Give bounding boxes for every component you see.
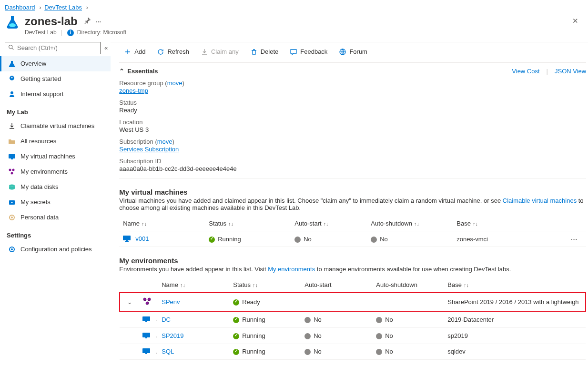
svg-rect-29 [145, 353, 147, 354]
sidebar-item-getting-started[interactable]: Getting started [0, 71, 111, 87]
status-dot-icon [304, 317, 311, 323]
chevron-down-icon[interactable]: ⌄ [127, 299, 132, 306]
rocket-icon [8, 75, 16, 83]
status-dot-icon [294, 237, 301, 243]
lab-icon [5, 15, 20, 31]
env-child-row[interactable]: SP2019 Running No No sp2019 [120, 327, 586, 344]
sidebar-item-claimable[interactable]: Claimable virtual machines [0, 118, 111, 134]
breadcrumb: Dashboard › DevTest Labs › [0, 0, 588, 14]
col-base[interactable]: Base↑↓ [444, 277, 586, 293]
vm-name-link[interactable]: SQL [162, 348, 174, 355]
vm-name-link[interactable]: SP2019 [162, 332, 183, 339]
status-running-icon [233, 349, 239, 355]
section-desc: Environments you have added appear in th… [119, 266, 586, 273]
env-parent-row[interactable]: ⌄ SPenv Ready SharePoint 2019 / 2016 / 2… [120, 293, 586, 311]
sidebar-item-all-resources[interactable]: All resources [0, 134, 111, 149]
sidebar-item-secrets[interactable]: My secrets [0, 195, 111, 210]
forum-button[interactable]: Forum [334, 46, 372, 58]
breadcrumb-devtest[interactable]: DevTest Labs [44, 4, 82, 11]
sidebar-item-data-disks[interactable]: My data disks [0, 179, 111, 195]
vm-name-link[interactable]: DC [162, 316, 171, 323]
col-name[interactable]: Name↑↓ [158, 277, 229, 293]
vm-icon [142, 332, 151, 340]
vm-icon [8, 153, 16, 160]
status-running-icon [209, 237, 215, 243]
essentials-panel: ⌃ Essentials View Cost | JSON View Resou… [119, 62, 586, 178]
status-running-icon [233, 333, 239, 339]
environment-icon [142, 297, 152, 306]
sidebar-item-label: My environments [20, 168, 68, 175]
svg-point-23 [146, 302, 149, 305]
rg-value-link[interactable]: zones-tmp [119, 87, 148, 94]
svg-point-1 [9, 45, 12, 48]
sidebar-item-configuration[interactable]: Configuration and policies [0, 242, 111, 257]
essentials-toggle[interactable]: ⌃ Essentials [119, 68, 158, 75]
row-more-icon[interactable]: ··· [571, 236, 578, 243]
sub-move-link[interactable]: move [157, 138, 172, 145]
col-autostart[interactable]: Auto-start↑↓ [291, 216, 367, 231]
status-dot-icon [304, 349, 311, 355]
claimable-link[interactable]: Claimable virtual machines [503, 197, 577, 204]
sidebar-item-label: Configuration and policies [20, 246, 92, 253]
svg-point-7 [9, 168, 11, 171]
table-row[interactable]: v001 Running No No zones-vmci ··· [119, 231, 586, 247]
vm-icon [142, 316, 151, 324]
search-input[interactable] [17, 44, 97, 51]
svg-point-12 [11, 202, 13, 203]
my-env-link[interactable]: My environments [268, 266, 315, 273]
close-icon[interactable]: ✕ [568, 15, 582, 27]
feedback-button[interactable]: Feedback [285, 46, 332, 58]
pin-icon[interactable] [84, 17, 91, 26]
folder-icon [8, 138, 16, 145]
status-dot-icon [371, 237, 377, 243]
directory-label: Directory: Microsoft [77, 29, 126, 36]
sidebar-item-overview[interactable]: Overview [0, 56, 111, 71]
section-my-vms: My virtual machines Virtual machines you… [119, 188, 586, 247]
status-dot-icon [376, 317, 382, 323]
col-base[interactable]: Base↑↓ [453, 216, 567, 231]
svg-rect-5 [9, 154, 15, 158]
svg-point-22 [148, 298, 151, 301]
sidebar-section-mylab: My Lab [5, 102, 111, 118]
svg-point-0 [9, 23, 16, 27]
more-icon[interactable]: ··· [96, 18, 101, 25]
ess-location: Location West US 3 [119, 118, 586, 133]
secrets-icon [8, 198, 16, 206]
sidebar-item-my-vms[interactable]: My virtual machines [0, 149, 111, 164]
env-name-link[interactable]: SPenv [162, 298, 180, 306]
col-name[interactable]: Name↑↓ [119, 216, 205, 231]
breadcrumb-sep: › [39, 4, 41, 11]
add-button[interactable]: Add [119, 46, 150, 58]
info-icon: i [67, 30, 74, 36]
svg-rect-18 [123, 236, 131, 240]
sidebar-item-my-environments[interactable]: My environments [0, 164, 111, 179]
breadcrumb-dashboard[interactable]: Dashboard [5, 4, 35, 11]
flask-icon [8, 60, 16, 68]
collapse-sidebar-icon[interactable]: « [104, 44, 108, 51]
sidebar-item-label: My data disks [20, 183, 58, 190]
svg-point-4 [10, 91, 13, 94]
search-icon [8, 44, 14, 52]
col-autoshutdown[interactable]: Auto-shutdown↑↓ [367, 216, 453, 231]
col-autostart: Auto-start [301, 277, 372, 293]
sidebar-search[interactable] [5, 42, 101, 54]
sub-value-link[interactable]: Services Subscription [119, 146, 179, 153]
status-dot-icon [376, 349, 382, 355]
col-status[interactable]: Status↑↓ [229, 277, 301, 293]
sidebar-item-label: My secrets [20, 198, 51, 206]
col-status[interactable]: Status↑↓ [205, 216, 291, 231]
ess-subscription-id: Subscription ID aaaa0a0a-bb1b-cc2c-dd3d-… [119, 158, 586, 172]
delete-button[interactable]: Delete [245, 46, 284, 58]
sidebar-item-internal-support[interactable]: Internal support [0, 87, 111, 102]
svg-point-21 [143, 298, 146, 301]
refresh-button[interactable]: Refresh [152, 46, 194, 58]
svg-rect-27 [145, 337, 147, 338]
env-child-row[interactable]: DC Running No No 2019-Datacenter [120, 311, 586, 327]
env-child-row[interactable]: SQL Running No No sqldev [120, 344, 586, 360]
json-view-link[interactable]: JSON View [555, 68, 586, 75]
download-icon [8, 122, 16, 130]
sidebar-item-personal-data[interactable]: Personal data [0, 210, 111, 225]
rg-move-link[interactable]: move [167, 79, 182, 87]
view-cost-link[interactable]: View Cost [512, 68, 539, 75]
vm-name-link[interactable]: v001 [135, 235, 149, 242]
